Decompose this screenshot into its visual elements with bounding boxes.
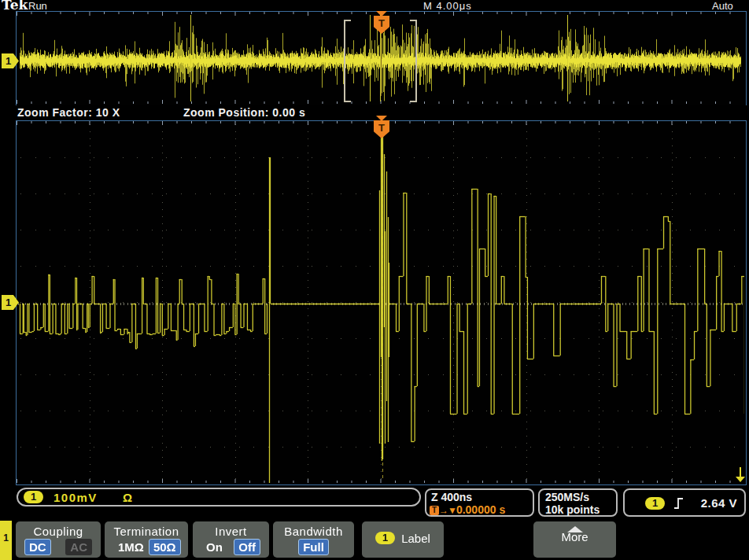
main-waveform-canvas — [17, 121, 744, 483]
rising-edge-slope-icon — [673, 497, 684, 510]
zoom-factor-label: Zoom Factor: 10 X — [17, 106, 120, 119]
trigger-arrow-icon — [376, 116, 387, 121]
zoom-position-label: Zoom Position: 0.00 s — [183, 106, 305, 119]
more-button[interactable]: More — [533, 521, 616, 558]
acquisition-state: Run — [28, 0, 47, 12]
zoom-info-bar: Zoom Factor: 10 X Zoom Position: 0.00 s — [0, 105, 749, 120]
label-channel-badge: 1 — [375, 532, 395, 544]
trigger-mode-readout: Auto — [712, 0, 733, 12]
channel1-menu-tab[interactable]: 1 — [0, 521, 12, 560]
record-length-label: 10k points — [545, 503, 600, 516]
trigger-readout-box[interactable]: 1 2.64 V — [623, 488, 746, 517]
invert-button[interactable]: Invert On Off — [193, 521, 269, 558]
timebase-readout: M 4.00μs — [423, 0, 472, 12]
termination-50ohm-option[interactable]: 50Ω — [149, 539, 181, 555]
coupling-button[interactable]: Coupling DC AC — [16, 521, 101, 558]
label-button[interactable]: 1 Label — [362, 521, 444, 558]
offscreen-signal-down-arrow-icon — [736, 467, 745, 483]
more-title: More — [533, 530, 616, 543]
channel1-readout-box[interactable]: 1 100mV Ω — [17, 488, 421, 507]
acquisition-readout-box[interactable]: 250MS/s 10k points — [538, 488, 618, 517]
bandwidth-button[interactable]: Bandwidth Full — [273, 521, 354, 558]
bandwidth-title: Bandwidth — [273, 525, 354, 538]
termination-button[interactable]: Termination 1MΩ 50Ω — [105, 521, 188, 558]
trigger-position-line-overview — [381, 33, 382, 96]
bandwidth-full-option[interactable]: Full — [298, 539, 329, 555]
channel1-scale: 100mV — [54, 491, 98, 504]
sample-rate-label: 250MS/s — [545, 491, 589, 503]
coupling-ac-option[interactable]: AC — [65, 539, 92, 555]
zoom-bracket-right[interactable] — [410, 20, 417, 102]
trigger-level-value: 2.64 V — [701, 496, 737, 510]
zoom-waveform-window[interactable] — [16, 120, 747, 485]
termination-title: Termination — [105, 525, 188, 538]
trigger-delay-readout: T→▼0.00000 s — [430, 503, 505, 515]
label-title: Label — [401, 532, 430, 545]
trigger-arrow-icon — [376, 11, 387, 17]
invert-off-option[interactable]: Off — [234, 539, 260, 555]
zoom-bracket-left[interactable] — [344, 20, 351, 102]
trigger-t-badge: T — [430, 506, 439, 515]
invert-title: Invert — [193, 525, 269, 538]
zoom-scale-readout-box[interactable]: Z 400ns T→▼0.00000 s — [425, 488, 534, 517]
coupling-dc-option[interactable]: DC — [24, 539, 51, 555]
channel1-badge: 1 — [24, 491, 43, 503]
trigger-delay-time: 0.00000 s — [456, 503, 505, 516]
invert-on-option[interactable]: On — [201, 539, 227, 555]
trigger-delay-arrows-icon: →▼ — [439, 505, 456, 516]
channel1-impedance: Ω — [123, 491, 132, 504]
termination-1mohm-option[interactable]: 1MΩ — [113, 539, 149, 555]
coupling-title: Coupling — [16, 525, 101, 538]
trigger-source-badge: 1 — [645, 497, 665, 510]
zoom-scale-label: Z 400ns — [431, 491, 472, 503]
oscilloscope-screen: Tek Run M 4.00μs Auto 1 T Zoom Factor: 1… — [0, 0, 749, 560]
